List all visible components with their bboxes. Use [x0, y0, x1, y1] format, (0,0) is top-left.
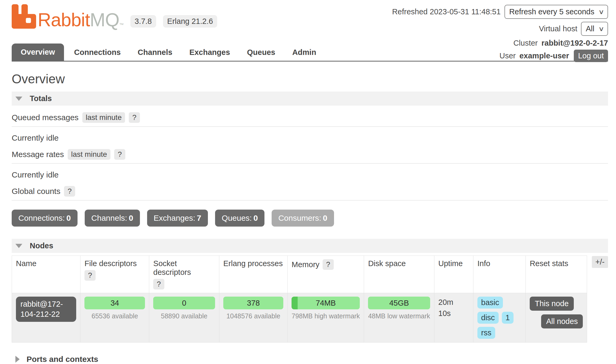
help-icon[interactable]: ?	[129, 112, 140, 123]
connections-count-value: 0	[66, 214, 71, 222]
node-name-cell: rabbit@172-104-212-22	[12, 293, 80, 343]
socket-descriptors-detail: 58890 available	[153, 312, 215, 320]
message-rates-window-badge[interactable]: last minute	[68, 149, 110, 160]
column-toggle-button[interactable]: +/-	[592, 256, 608, 268]
reset-all-nodes-button[interactable]: All nodes	[541, 314, 583, 328]
help-icon[interactable]: ?	[323, 259, 334, 270]
info-cell: basic disc 1 rss	[473, 293, 526, 343]
refresh-interval-select[interactable]: Refresh every 5 seconds ∨	[504, 5, 608, 19]
memory-detail: 798MB high watermark	[292, 312, 360, 320]
help-icon[interactable]: ?	[114, 149, 125, 160]
queued-messages-status: Currently idle	[12, 133, 608, 142]
disk-space-detail: 48MB low watermark	[368, 312, 430, 320]
memory-cell: 74MB 798MB high watermark	[288, 293, 364, 343]
version-badge: 3.7.8	[130, 15, 156, 28]
memory-bar: 74MB	[292, 297, 360, 309]
app-header: RabbitMQ™ 3.7.8 Erlang 21.2.6 Refreshed …	[12, 4, 608, 31]
file-descriptors-cell: 34 65536 available	[80, 293, 149, 343]
page-title: Overview	[12, 72, 608, 86]
col-header-reset-stats: Reset stats	[526, 256, 587, 293]
nodes-section-title: Nodes	[30, 241, 53, 250]
queued-messages-heading: Queued messages last minute ?	[12, 112, 608, 127]
chevron-down-icon: ∨	[598, 8, 605, 16]
global-counts-heading: Global counts ?	[12, 186, 608, 201]
consumers-count-value: 0	[323, 214, 327, 222]
refreshed-timestamp: Refreshed 2023-05-31 11:48:51	[392, 7, 501, 16]
socket-descriptors-cell: 0 58890 available	[149, 293, 219, 343]
tab-exchanges[interactable]: Exchanges	[182, 44, 237, 61]
channels-count-label: Channels:	[91, 214, 127, 222]
exchanges-count-button[interactable]: Exchanges:7	[147, 210, 208, 227]
rabbitmq-logo-icon	[12, 4, 36, 29]
queues-count-label: Queues:	[222, 214, 252, 222]
trademark-symbol: ™	[119, 22, 123, 27]
tab-queues[interactable]: Queues	[240, 44, 282, 61]
col-header-erlang-processes: Erlang processes	[219, 256, 287, 293]
queued-messages-label: Queued messages	[12, 113, 79, 122]
message-rates-heading: Message rates last minute ?	[12, 149, 608, 164]
disk-space-bar: 45GB	[368, 297, 430, 309]
help-icon[interactable]: ?	[64, 186, 75, 197]
rabbitmq-logotype: RabbitMQ™	[38, 11, 123, 29]
uptime-cell: 20m 10s	[434, 293, 473, 343]
cluster-name: rabbit@192-0-2-17	[541, 39, 608, 47]
col-header-socket-descriptors: Socket descriptors?	[149, 256, 219, 293]
help-icon[interactable]: ?	[84, 270, 96, 281]
session-panel: Refreshed 2023-05-31 11:48:51 Refresh ev…	[392, 5, 608, 65]
channels-count-button[interactable]: Channels:0	[85, 210, 140, 227]
reset-this-node-button[interactable]: This node	[530, 297, 574, 311]
erlang-processes-cell: 378 1048576 available	[219, 293, 287, 343]
chevron-down-icon: ∨	[598, 25, 605, 33]
rabbitmq-management-page: RabbitMQ™ 3.7.8 Erlang 21.2.6 Refreshed …	[0, 0, 616, 364]
ports-and-contexts-section[interactable]: Ports and contexts	[12, 355, 608, 364]
exchanges-count-label: Exchanges:	[154, 214, 195, 222]
brand-rabbit-text: Rabbit	[38, 10, 90, 30]
triangle-down-icon	[15, 97, 22, 101]
nodes-table-wrap: Name File descriptors? Socket descriptor…	[12, 255, 608, 343]
virtual-host-label: Virtual host	[539, 24, 578, 33]
info-badge-rss: rss	[477, 327, 495, 339]
virtual-host-value: All	[586, 24, 594, 33]
help-icon[interactable]: ?	[153, 279, 164, 289]
exchanges-count-value: 7	[197, 214, 201, 222]
socket-descriptors-bar: 0	[153, 297, 215, 309]
user-row: User example-user Log out	[392, 50, 608, 62]
file-descriptors-bar: 34	[84, 297, 145, 309]
refresh-row: Refreshed 2023-05-31 11:48:51 Refresh ev…	[392, 5, 608, 19]
logout-button[interactable]: Log out	[574, 50, 608, 62]
triangle-right-icon	[15, 356, 20, 363]
refresh-interval-value: Refresh every 5 seconds	[509, 7, 594, 16]
cluster-row: Cluster rabbit@192-0-2-17	[392, 39, 608, 47]
queued-messages-window-badge[interactable]: last minute	[82, 112, 125, 123]
virtual-host-row: Virtual host All ∨	[392, 22, 608, 36]
totals-section-header[interactable]: Totals	[12, 92, 608, 106]
tab-channels[interactable]: Channels	[131, 44, 179, 61]
connections-count-button[interactable]: Connections:0	[12, 210, 78, 227]
info-badge-basic: basic	[477, 297, 503, 309]
col-header-memory: Memory?	[288, 256, 364, 293]
virtual-host-select[interactable]: All ∨	[581, 22, 608, 36]
col-header-disk-space: Disk space	[364, 256, 434, 293]
nodes-section-header[interactable]: Nodes	[12, 239, 608, 253]
triangle-down-icon	[15, 244, 22, 248]
message-rates-label: Message rates	[12, 150, 64, 159]
file-descriptors-detail: 65536 available	[84, 312, 145, 320]
brand-mq-text: MQ	[90, 10, 119, 30]
uptime-value: 20m 10s	[438, 297, 460, 319]
message-rates-status: Currently idle	[12, 170, 608, 179]
col-header-uptime: Uptime	[434, 256, 473, 293]
user-name: example-user	[519, 51, 569, 60]
info-badge-disc: disc	[477, 312, 499, 324]
erlang-processes-detail: 1048576 available	[223, 312, 283, 320]
queues-count-button[interactable]: Queues:0	[215, 210, 264, 227]
nodes-table: Name File descriptors? Socket descriptor…	[12, 255, 587, 343]
consumers-count-button[interactable]: Consumers:0	[272, 210, 334, 227]
user-label: User	[499, 51, 516, 60]
erlang-processes-bar: 378	[223, 297, 283, 309]
tab-overview[interactable]: Overview	[12, 44, 64, 61]
tab-connections[interactable]: Connections	[67, 44, 128, 61]
totals-section-title: Totals	[30, 94, 52, 103]
col-header-file-descriptors: File descriptors?	[80, 256, 149, 293]
tab-admin[interactable]: Admin	[285, 44, 323, 61]
node-name-badge[interactable]: rabbit@172-104-212-22	[16, 297, 76, 322]
